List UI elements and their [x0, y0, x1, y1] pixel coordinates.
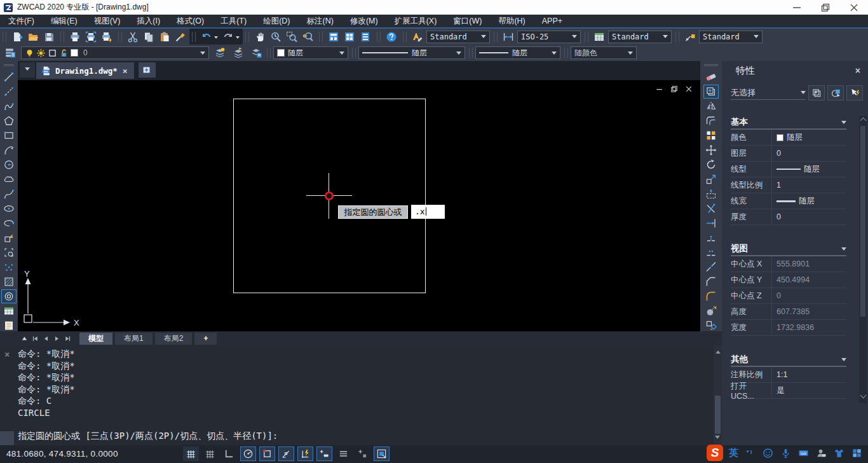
trim-tool[interactable] [703, 202, 719, 216]
chevron-down-icon[interactable] [663, 35, 668, 41]
print-preview-button[interactable] [83, 30, 98, 44]
property-value[interactable]: 是 [771, 383, 846, 398]
properties-close-icon[interactable]: × [855, 66, 860, 76]
break-at-point-tool[interactable] [703, 231, 719, 245]
tool-palettes-button[interactable] [357, 30, 373, 44]
object-snap-tracking-toggle[interactable] [278, 446, 294, 461]
extend-tool[interactable] [703, 216, 719, 230]
arc-tool[interactable] [1, 143, 17, 157]
text-style-icon[interactable] [409, 30, 425, 44]
expand-up-icon[interactable] [19, 333, 30, 344]
scrollbar-thumb[interactable] [715, 396, 721, 434]
dynamic-input-toggle[interactable] [297, 446, 313, 461]
command-scrollbar[interactable] [714, 345, 722, 445]
copy-obj-tool[interactable] [703, 85, 719, 99]
chamfer-tool[interactable] [703, 275, 719, 289]
properties-palette-button[interactable] [325, 30, 341, 44]
new-file-button[interactable] [9, 30, 25, 44]
layer-states-button[interactable] [248, 46, 264, 60]
property-value[interactable]: 555.8901 [771, 256, 846, 272]
toolbar-grip[interactable] [4, 64, 14, 66]
plot-square-icon[interactable] [48, 48, 57, 58]
insert-block-tool[interactable] [1, 231, 17, 245]
login-icon[interactable] [815, 447, 827, 459]
collapse-icon[interactable] [841, 247, 846, 253]
design-center-button[interactable] [341, 30, 357, 44]
redo-dropdown-icon[interactable] [236, 36, 240, 41]
menu-item-10[interactable]: 窗口(W) [445, 15, 490, 27]
menu-item-3[interactable]: 插入(I) [128, 15, 168, 27]
join-tool[interactable] [703, 260, 719, 274]
new-tab-button[interactable] [139, 62, 156, 78]
object-snap-toggle[interactable] [259, 446, 275, 461]
property-value[interactable]: 随层 [771, 193, 846, 209]
align-tool[interactable] [703, 319, 719, 333]
collapse-icon[interactable] [841, 121, 846, 127]
cut-button[interactable] [125, 30, 140, 44]
copy-doc-button[interactable] [140, 30, 156, 44]
point-tool[interactable] [1, 260, 17, 274]
chevron-down-icon[interactable] [754, 35, 759, 41]
mirror-tool[interactable] [703, 99, 719, 113]
pan-button[interactable] [252, 30, 268, 44]
command-resize-grip[interactable] [0, 431, 14, 445]
section-header-基本[interactable]: 基本 [731, 116, 846, 130]
document-tab[interactable]: DWG Drawing1.dwg* × [36, 62, 134, 79]
mleader-style-icon[interactable] [682, 30, 698, 44]
restore-icon[interactable] [811, 0, 839, 15]
tab-list-dropdown[interactable] [20, 62, 35, 78]
microphone-icon[interactable] [780, 447, 792, 459]
circle-tool[interactable] [1, 158, 17, 172]
ellipse-arc-tool[interactable] [1, 216, 17, 230]
punctuation-icon[interactable] [744, 447, 756, 459]
emoticon-icon[interactable] [762, 447, 774, 459]
match-properties-button[interactable] [172, 30, 188, 44]
quick-select-button[interactable] [808, 85, 825, 100]
make-block-tool[interactable] [1, 245, 17, 259]
ime-mode-indicator[interactable]: 英 [729, 447, 738, 459]
lineweight-display-toggle[interactable] [316, 446, 332, 461]
polygon-tool[interactable] [1, 114, 17, 128]
soft-keyboard-icon[interactable] [797, 447, 810, 459]
property-value[interactable]: 随层 [771, 162, 846, 177]
mdi-restore-icon[interactable] [669, 84, 679, 94]
bulb-icon[interactable] [25, 48, 34, 58]
mleader-style-combo[interactable]: Standard [699, 31, 763, 43]
clean-screen-toggle[interactable] [374, 446, 390, 461]
construction-line-tool[interactable] [1, 85, 17, 99]
skin-icon[interactable] [833, 447, 845, 459]
chevron-down-icon[interactable] [339, 52, 344, 57]
sogou-logo-icon[interactable]: S [707, 445, 723, 461]
rotate-tool[interactable] [703, 158, 719, 172]
stretch-tool[interactable] [703, 187, 719, 201]
mdi-minimize-icon[interactable] [654, 84, 665, 94]
dim-style-combo[interactable]: ISO-25 [517, 31, 581, 43]
selection-dropdown[interactable]: 无选择 [731, 86, 806, 100]
tracking-toggle[interactable] [355, 446, 370, 461]
menu-item-11[interactable]: 帮助(H) [490, 15, 533, 27]
menu-item-7[interactable]: 标注(N) [299, 15, 342, 27]
layers-manager-button[interactable] [2, 46, 18, 60]
menu-item-12[interactable]: APP+ [534, 15, 571, 27]
scrollbar-thumb[interactable] [860, 126, 865, 317]
chevron-down-icon[interactable] [200, 52, 205, 57]
polar-tracking-toggle[interactable] [240, 446, 256, 461]
hatch-tool[interactable] [1, 275, 17, 289]
paste-button[interactable] [156, 30, 172, 44]
explode-tool[interactable] [703, 304, 719, 318]
redo-button[interactable] [220, 30, 236, 44]
zoom-previous-button[interactable] [299, 30, 315, 44]
polyline-tool[interactable] [1, 99, 17, 113]
layout-tab-模型[interactable]: 模型 [79, 333, 112, 345]
table-style-combo[interactable]: Standard [608, 31, 672, 43]
move-tool[interactable] [703, 143, 719, 157]
last-tab-icon[interactable] [62, 333, 73, 344]
unlock-icon[interactable] [59, 48, 69, 58]
status-menu-toggle[interactable] [336, 446, 351, 461]
scroll-up-icon[interactable] [860, 118, 866, 124]
ortho-mode-toggle[interactable] [221, 446, 237, 461]
zoom-window-button[interactable] [283, 30, 299, 44]
property-value[interactable]: 0 [771, 288, 846, 303]
scroll-down-icon[interactable] [860, 392, 866, 399]
property-value[interactable]: 随层 [771, 130, 846, 145]
